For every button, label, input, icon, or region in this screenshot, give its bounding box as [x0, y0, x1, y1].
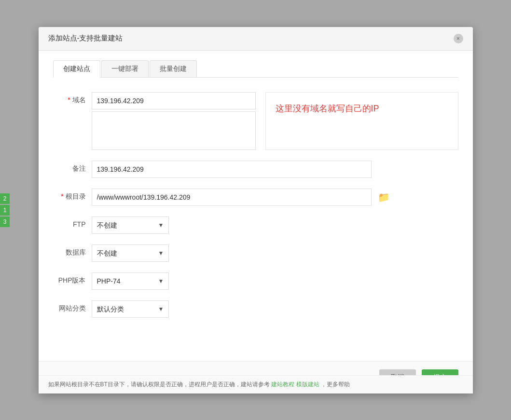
ftp-label: FTP [53, 217, 92, 228]
category-control: 默认分类 ▼ [92, 300, 458, 318]
remark-label: 备注 [53, 161, 92, 173]
category-label: 网站分类 [53, 300, 92, 313]
php-select[interactable]: PHP-74 PHP-80 PHP-81 PHP-56 [92, 272, 169, 290]
side-num-2: 1 [0, 205, 10, 216]
rootdir-label: 根目录 [53, 189, 92, 201]
db-row: 数据库 不创建 创建 ▼ [53, 244, 458, 262]
category-select[interactable]: 默认分类 [92, 300, 169, 318]
bottom-suffix: ，更多帮助 [321, 381, 350, 388]
folder-icon[interactable]: 📁 [375, 189, 393, 206]
remark-control [92, 161, 458, 178]
domain-input[interactable] [92, 92, 256, 109]
remark-row: 备注 [53, 161, 458, 178]
remark-input[interactable] [92, 161, 372, 178]
rootdir-input[interactable] [92, 189, 372, 206]
category-select-wrap: 默认分类 ▼ [92, 300, 169, 318]
domain-textarea[interactable] [92, 111, 256, 150]
modal-title: 添加站点-支持批量建站 [48, 34, 123, 43]
domain-hint-text: 这里没有域名就写自己的IP [276, 104, 379, 113]
side-num-1: 2 [0, 193, 10, 204]
domain-hint-box: 这里没有域名就写自己的IP [265, 92, 458, 150]
db-select[interactable]: 不创建 创建 [92, 244, 169, 262]
modal-overlay: 2 1 3 添加站点-支持批量建站 × 创建站点 一键部署 批量创建 域名 [0, 0, 511, 420]
ftp-select[interactable]: 不创建 创建 [92, 217, 169, 234]
side-number-bar: 2 1 3 [0, 193, 10, 227]
bottom-info-bar: 如果网站根目录不在BT目录下，请确认权限是否正确，进程用户是否正确，建站请参考 … [39, 375, 473, 393]
domain-label: 域名 [53, 92, 92, 105]
close-button[interactable]: × [454, 34, 463, 43]
db-select-wrap: 不创建 创建 ▼ [92, 244, 169, 262]
rootdir-row: 根目录 📁 [53, 189, 458, 206]
rootdir-control: 📁 [92, 189, 458, 206]
php-control: PHP-74 PHP-80 PHP-81 PHP-56 ▼ [92, 272, 458, 290]
tutorial-link[interactable]: 建站教程 [271, 381, 294, 388]
php-label: PHP版本 [53, 272, 92, 285]
modal-dialog: 添加站点-支持批量建站 × 创建站点 一键部署 批量创建 域名 [39, 27, 473, 393]
domain-input-area: 这里没有域名就写自己的IP [92, 92, 458, 150]
domain-section: 这里没有域名就写自己的IP [92, 92, 458, 150]
db-label: 数据库 [53, 244, 92, 257]
tab-create[interactable]: 创建站点 [53, 60, 100, 78]
category-row: 网站分类 默认分类 ▼ [53, 300, 458, 318]
php-select-wrap: PHP-74 PHP-80 PHP-81 PHP-56 ▼ [92, 272, 169, 290]
ftp-row: FTP 不创建 创建 ▼ [53, 217, 458, 234]
domain-control: 这里没有域名就写自己的IP [92, 92, 458, 150]
ftp-select-wrap: 不创建 创建 ▼ [92, 217, 169, 234]
tab-bar: 创建站点 一键部署 批量创建 [53, 60, 458, 78]
tab-batch[interactable]: 批量创建 [150, 60, 197, 77]
domain-row: 域名 这里没有域名就写自己的IP [53, 92, 458, 150]
ftp-control: 不创建 创建 ▼ [92, 217, 458, 234]
php-row: PHP版本 PHP-74 PHP-80 PHP-81 PHP-56 ▼ [53, 272, 458, 290]
modal-header: 添加站点-支持批量建站 × [39, 27, 473, 51]
side-num-3: 3 [0, 217, 10, 227]
db-control: 不创建 创建 ▼ [92, 244, 458, 262]
bottom-text: 如果网站根目录不在BT目录下，请确认权限是否正确，进程用户是否正确，建站请参考 [48, 381, 270, 388]
modal-body: 创建站点 一键部署 批量创建 域名 这里没有域名就写 [39, 51, 473, 361]
template-link[interactable]: 模版建站 [296, 381, 319, 388]
tab-deploy[interactable]: 一键部署 [101, 60, 149, 77]
